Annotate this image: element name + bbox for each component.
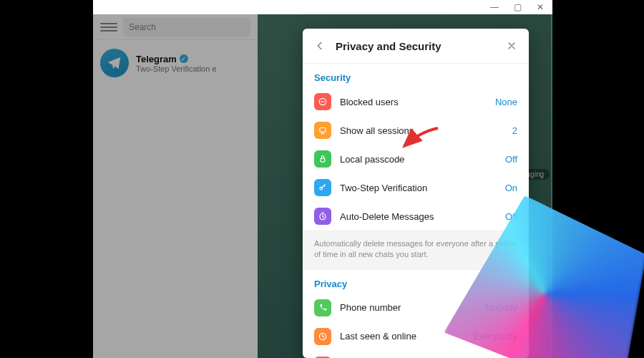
min-button[interactable]: — [489, 2, 499, 12]
row-profile-photos[interactable]: Profile photos Everybody [303, 351, 529, 358]
modal-header: Privacy and Security [303, 29, 529, 64]
svg-rect-2 [321, 158, 325, 162]
auto-delete-description: Automatically delete messages for everyo… [303, 231, 529, 270]
blocked-icon [314, 93, 331, 110]
row-sessions[interactable]: Show all sessions 2 [303, 116, 529, 145]
phone-icon [314, 299, 331, 316]
lock-icon [314, 150, 331, 168]
row-phone-number[interactable]: Phone number Nobody [303, 294, 529, 322]
svg-rect-1 [320, 128, 326, 132]
row-label: Phone number [340, 302, 477, 313]
row-label: Two-Step Verification [340, 183, 497, 193]
row-value: None [495, 97, 517, 107]
row-value: Nobody [485, 302, 517, 313]
row-last-seen[interactable]: Last seen & online Everybody [303, 322, 529, 351]
row-label: Local passcode [340, 154, 497, 165]
row-value: Off [505, 154, 517, 165]
row-label: Show all sessions [340, 125, 504, 136]
row-label: Last seen & online [340, 331, 465, 342]
row-value: On [505, 183, 517, 193]
row-value: Off [505, 211, 517, 222]
row-auto-delete[interactable]: Auto-Delete Messages Off [303, 202, 529, 231]
desktop-background: — ▢ ✕ Search Telegram [93, 0, 552, 358]
row-local-passcode[interactable]: Local passcode Off [303, 145, 529, 173]
row-label: Blocked users [340, 97, 487, 107]
timer-icon [314, 208, 331, 225]
back-icon[interactable] [313, 39, 327, 53]
row-two-step[interactable]: Two-Step Verification On [303, 173, 529, 202]
window-titlebar: — ▢ ✕ [93, 0, 552, 14]
modal-body[interactable]: Security Blocked users None Show all ses… [303, 64, 529, 358]
row-label: Auto-Delete Messages [340, 211, 497, 222]
max-button[interactable]: ▢ [512, 2, 522, 12]
privacy-security-modal: Privacy and Security Security Blocked us… [303, 29, 529, 358]
row-value: 2 [512, 125, 517, 136]
section-security-header: Security [303, 64, 529, 87]
section-privacy-header: Privacy [303, 270, 529, 294]
row-blocked-users[interactable]: Blocked users None [303, 87, 529, 116]
sessions-icon [314, 122, 331, 139]
row-value: Everybody [474, 331, 517, 342]
clock-icon [314, 328, 331, 345]
close-icon[interactable] [504, 39, 519, 53]
key-icon [314, 179, 331, 196]
modal-title: Privacy and Security [336, 40, 496, 52]
close-window-button[interactable]: ✕ [535, 2, 545, 12]
